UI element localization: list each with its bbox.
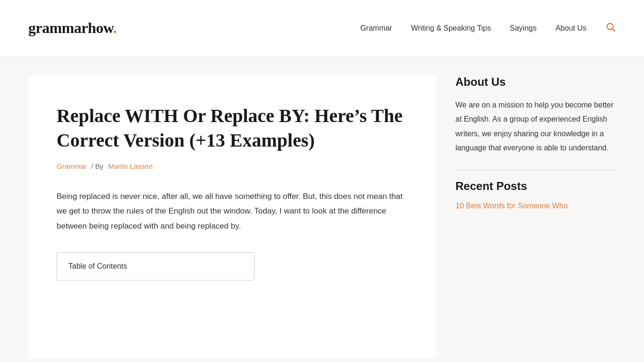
article-author[interactable]: Martin Lassen bbox=[108, 162, 153, 170]
search-icon[interactable] bbox=[605, 22, 616, 34]
site-header: grammarhow. Grammar Writing & Speaking T… bbox=[0, 0, 644, 57]
sidebar-recent-posts-heading: Recent Posts bbox=[455, 180, 616, 193]
main-nav: Grammar Writing & Speaking Tips Sayings … bbox=[360, 22, 616, 34]
nav-item-about[interactable]: About Us bbox=[555, 24, 586, 33]
table-of-contents: Table of Contents bbox=[57, 252, 255, 280]
page-wrapper: Replace WITH Or Replace BY: Here’s The C… bbox=[0, 57, 644, 362]
svg-line-1 bbox=[612, 29, 615, 31]
article-intro: Being replaced is never nice, after all,… bbox=[57, 189, 408, 233]
sidebar-about-section: About Us We are on a mission to help you… bbox=[455, 75, 616, 156]
sidebar: About Us We are on a mission to help you… bbox=[455, 75, 616, 358]
sidebar-about-text: We are on a mission to help you become b… bbox=[455, 98, 616, 156]
sidebar-recent-posts-section: Recent Posts 10 Best Words for Someone W… bbox=[455, 180, 616, 212]
sidebar-divider bbox=[455, 170, 616, 170]
nav-item-sayings[interactable]: Sayings bbox=[510, 24, 537, 33]
article-card: Replace WITH Or Replace BY: Here’s The C… bbox=[28, 75, 437, 358]
toc-title: Table of Contents bbox=[68, 262, 127, 270]
article-meta-separator: / By bbox=[91, 162, 104, 170]
article-title: Replace WITH Or Replace BY: Here’s The C… bbox=[57, 104, 408, 153]
nav-item-grammar[interactable]: Grammar bbox=[360, 24, 392, 33]
article-category[interactable]: Grammar bbox=[57, 162, 86, 170]
logo-dot: . bbox=[113, 19, 117, 36]
logo-text: grammarhow bbox=[28, 19, 113, 36]
recent-post-link-1[interactable]: 10 Best Words for Someone Who bbox=[455, 202, 568, 210]
article-meta: Grammar / By Martin Lassen bbox=[57, 162, 408, 170]
nav-item-writing[interactable]: Writing & Speaking Tips bbox=[411, 24, 491, 33]
sidebar-about-heading: About Us bbox=[455, 75, 616, 89]
site-logo[interactable]: grammarhow. bbox=[28, 19, 116, 37]
main-content: Replace WITH Or Replace BY: Here’s The C… bbox=[28, 75, 437, 358]
